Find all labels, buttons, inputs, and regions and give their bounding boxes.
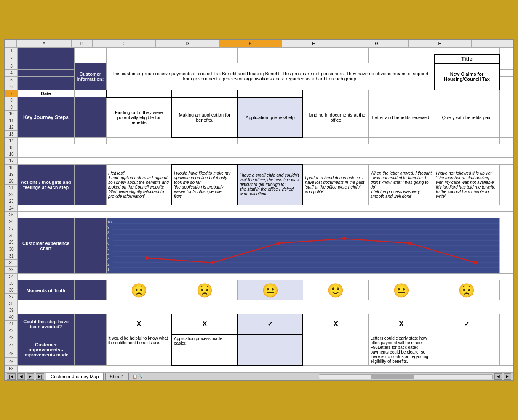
scroll-thumb — [371, 375, 414, 379]
improve-h — [434, 334, 500, 366]
cell-b40 — [74, 314, 106, 334]
customer-info-text: This customer group receive payments of … — [106, 63, 434, 90]
cell-b43 — [74, 334, 106, 366]
row-num-41: 41 — [5, 321, 18, 327]
tab-nav-next[interactable]: ▶ — [27, 373, 34, 380]
main-table: 1 2 Title 3 Custom — [5, 47, 513, 372]
table-row: 26 Customer experience chart 10987654321 — [5, 218, 513, 225]
action-text-c: I felt lost' 'I had applied before in En… — [106, 165, 172, 205]
cell-a14 — [18, 138, 75, 144]
row-num-7: 7 — [5, 90, 18, 97]
row-num-17: 17 — [5, 158, 18, 165]
chart-area: 10987654321 — [106, 218, 499, 274]
title-value-cell: New Claims for Housing/Council Tax — [434, 63, 500, 90]
cell-d1 — [172, 48, 238, 54]
cell-b26 — [74, 218, 106, 274]
table-row: 15 — [5, 144, 513, 151]
row-num-27: 27 — [5, 225, 18, 232]
cell-a5 — [18, 77, 75, 83]
improve-f — [303, 334, 368, 366]
row-num-3: 3 — [5, 63, 18, 70]
table-row: 25 — [5, 212, 513, 218]
cell-i1 — [499, 48, 513, 54]
row-num-16: 16 — [5, 151, 18, 158]
col-header-c[interactable]: C — [93, 40, 156, 47]
avoid-f: X — [303, 314, 368, 334]
cell-i35 — [499, 280, 513, 300]
cell-i5 — [499, 77, 513, 83]
avoid-g: X — [368, 314, 434, 334]
cell-b8 — [74, 97, 106, 138]
row-num-42: 42 — [5, 327, 18, 334]
cell-i7 — [499, 90, 513, 97]
avoid-c: X — [106, 314, 172, 334]
table-row: 38 — [5, 300, 513, 307]
cell-d14 — [172, 138, 238, 144]
table-row: 3 Customer Information: This customer gr… — [5, 63, 513, 70]
col-header-f[interactable]: F — [282, 40, 345, 47]
spreadsheet: A B C D E F G H I 1 2 — [4, 39, 514, 381]
action-text-f: I prefer to hand documents in, I have lo… — [303, 165, 368, 205]
row-num-40: 40 — [5, 314, 18, 321]
col-header-d[interactable]: D — [156, 40, 219, 47]
row-num-28: 28 — [5, 232, 18, 239]
row-num-9: 9 — [5, 104, 18, 111]
cell-c1 — [106, 48, 172, 54]
table-row: 2 Title — [5, 54, 513, 63]
col-header-h[interactable]: H — [409, 40, 472, 47]
row-num-34: 34 — [5, 274, 18, 280]
scroll-right-btn[interactable]: ▶ — [504, 373, 511, 380]
emoji-h: 😟 — [434, 280, 500, 300]
table-row: 35 Moments of Truth 😟 😟 😐 🙂 😐 😟 — [5, 280, 513, 287]
cell-g1 — [368, 48, 434, 54]
table-row: 1 — [5, 48, 513, 54]
horizontal-scrollbar[interactable] — [319, 374, 493, 379]
improvements-label: Customer improvements - improvements mad… — [18, 334, 75, 366]
row-num-45: 45 — [5, 350, 18, 358]
col-header-a[interactable]: A — [17, 40, 72, 47]
avoid-d: X — [172, 314, 238, 334]
cell-d2 — [172, 54, 238, 63]
row-num-31: 31 — [5, 253, 18, 259]
emoji-e: 😐 — [238, 280, 303, 300]
cell-a3 — [18, 63, 75, 70]
scroll-left-btn[interactable]: ◀ — [494, 373, 502, 380]
row-num-20: 20 — [5, 178, 18, 185]
row-num-18: 18 — [5, 165, 18, 171]
tab-nav-prev[interactable]: ◀ — [17, 373, 25, 380]
table-row: 7 Date — [5, 90, 513, 97]
row-num-1: 1 — [5, 48, 18, 54]
col-header-b[interactable]: B — [72, 40, 93, 47]
cell-i3 — [499, 63, 513, 70]
row-num-39: 39 — [5, 307, 18, 314]
date-label: Date — [18, 90, 75, 97]
avoid-h: ✓ — [434, 314, 500, 334]
tab-customer-journey[interactable]: Customer Journey Map — [46, 373, 103, 380]
tab-sheet1[interactable]: Sheet1 — [105, 373, 129, 380]
cell-b35 — [74, 280, 106, 300]
improve-e — [238, 334, 303, 366]
cell-g2 — [368, 54, 434, 63]
cell-d7 — [172, 90, 238, 97]
tab-nav-last[interactable]: ▶| — [36, 373, 45, 380]
row-num-23: 23 — [5, 198, 18, 205]
col-header-i[interactable]: I — [472, 40, 484, 47]
action-text-h: I have not followed this up yet' 'The me… — [434, 165, 500, 205]
col-header-g[interactable]: G — [345, 40, 409, 47]
tab-nav-first[interactable]: |◀ — [7, 373, 16, 380]
row-num-11: 11 — [5, 117, 18, 124]
cell-f7 — [303, 90, 368, 97]
improve-g: Letters could clearly state how often pa… — [368, 334, 434, 366]
row-num-12: 12 — [5, 124, 18, 131]
row-num-53: 53 — [5, 366, 18, 372]
col-header-e[interactable]: E — [219, 40, 282, 47]
row-num-10: 10 — [5, 111, 18, 117]
cell-i6 — [499, 83, 513, 90]
chart-point-4 — [408, 242, 411, 245]
step-cell-d: Making an application for benefits. — [172, 97, 238, 138]
cell-i18 — [499, 165, 513, 205]
avoid-e: ✓ — [238, 314, 303, 334]
table-row: 40 Could this step have been avoided? X … — [5, 314, 513, 321]
cell-f2 — [303, 54, 368, 63]
row-num-25: 25 — [5, 212, 18, 218]
